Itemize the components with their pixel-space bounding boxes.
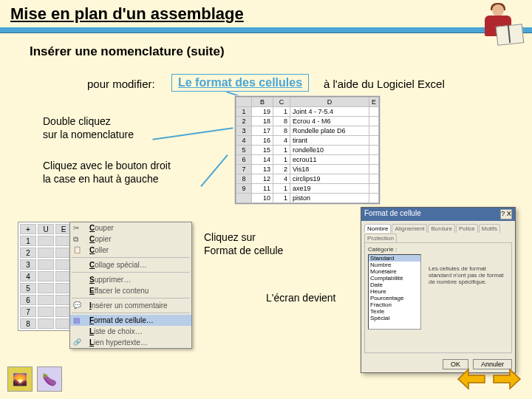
instruction-screen: L'écran devient <box>266 292 336 304</box>
link-icon <box>73 338 83 347</box>
dialog-tabs[interactable]: NombreAlignementBordurePoliceMotifsProte… <box>361 221 515 242</box>
copy-icon <box>73 235 83 244</box>
title-bar <box>0 27 532 33</box>
instruction-rightclick: Cliquez avec le bouton droit la case en … <box>43 159 171 185</box>
instruction-doubleclick: Double cliquez sur la nomenclature <box>43 115 134 141</box>
cut-icon <box>73 224 83 233</box>
svg-marker-1 <box>494 369 520 389</box>
footer-icons: 🌄 🍆 <box>7 366 62 392</box>
tab[interactable]: Protection <box>364 233 397 242</box>
tab[interactable]: Motifs <box>479 224 500 233</box>
chart-icon <box>73 316 83 325</box>
page-title: Mise en plan d'un assemblage <box>10 4 244 24</box>
excel-screenshot: BCDE 1191Joint 4 - 7-5.42188Ecrou 4 - M6… <box>235 96 380 204</box>
label-excel: à l'aide du Logiciel Excel <box>324 78 445 90</box>
comment-icon <box>73 301 83 310</box>
pointer-line <box>152 127 233 140</box>
menu-item[interactable]: Effacer le contenu <box>70 285 191 296</box>
sketch-icon[interactable]: 🍆 <box>37 366 62 392</box>
label-modify: pour modifier: <box>87 78 155 90</box>
close-icon[interactable]: ? X <box>500 209 512 219</box>
subtitle: Insérer une nomenclature (suite) <box>30 44 225 59</box>
nav-next-button[interactable] <box>491 366 522 392</box>
dialog-title: Format de cellule <box>364 209 421 219</box>
row-headers: +UE 12345678 <box>18 222 74 331</box>
menu-item[interactable]: Liste de choix… <box>70 326 191 337</box>
landscape-icon[interactable]: 🌄 <box>7 366 33 392</box>
menu-item[interactable]: Collage spécial… <box>70 259 191 270</box>
pointer-line <box>200 154 228 187</box>
format-description: Les cellules de format standard n'ont pa… <box>429 265 507 285</box>
reader-illustration <box>471 3 523 47</box>
menu-item[interactable]: Lien hypertexte… <box>70 337 191 348</box>
instruction-clickformat: Cliquez sur Format de cellule <box>204 231 283 257</box>
paste-icon <box>73 246 83 255</box>
nav-arrows <box>457 366 522 392</box>
tab[interactable]: Bordure <box>428 224 454 233</box>
category-listbox[interactable]: StandardNombreMonétaireComptabilitéDateH… <box>368 254 421 330</box>
category-label: Catégorie : <box>368 246 508 253</box>
dialog-titlebar[interactable]: Format de cellule ? X <box>361 208 515 221</box>
menu-item[interactable]: Format de cellule… <box>70 315 191 326</box>
menu-item[interactable]: Couper <box>70 222 191 233</box>
menu-item[interactable]: Insérer un commentaire <box>70 300 191 311</box>
context-menu[interactable]: CouperCopierCollerCollage spécial…Suppri… <box>69 222 192 349</box>
menu-item[interactable]: Supprimer… <box>70 274 191 285</box>
format-cells-link[interactable]: Le format des cellules <box>171 74 309 92</box>
format-cell-dialog: Format de cellule ? X NombreAlignementBo… <box>361 207 516 373</box>
svg-marker-0 <box>458 369 485 389</box>
tab[interactable]: Alignement <box>392 224 427 233</box>
nav-prev-button[interactable] <box>457 366 488 392</box>
menu-item[interactable]: Coller <box>70 245 191 256</box>
context-menu-block: +UE 12345678 CouperCopierCollerCollage s… <box>18 222 74 331</box>
tab-number[interactable]: Nombre <box>364 224 391 233</box>
tab[interactable]: Police <box>456 224 478 233</box>
menu-item[interactable]: Copier <box>70 233 191 245</box>
